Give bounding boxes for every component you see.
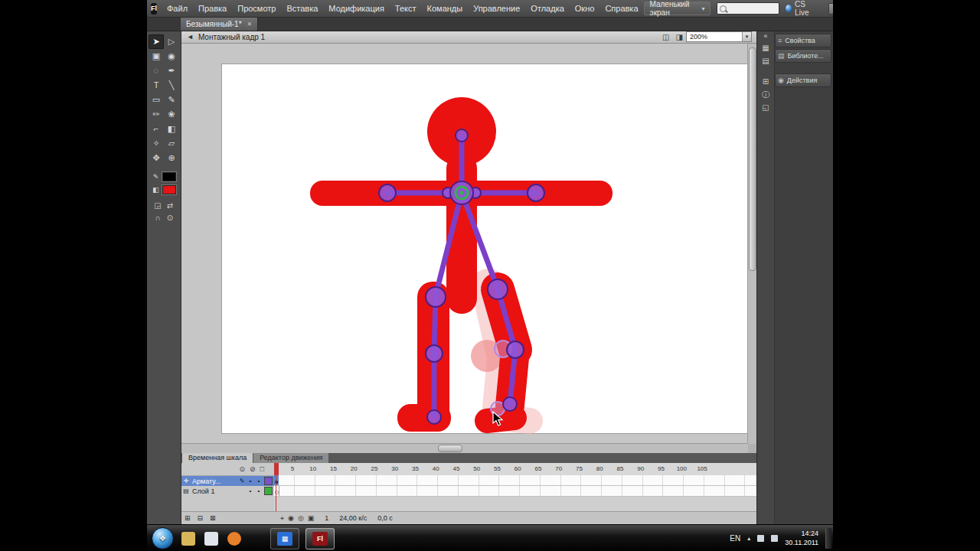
menu-item-9[interactable]: Окно [570,0,600,17]
minimize-button[interactable]: – [828,3,833,15]
layer-visibility-dot[interactable]: • [247,478,253,484]
panel-button-library[interactable]: ▤Библиоте... [775,49,831,63]
tool-eyedropper-icon[interactable]: ✧ [149,136,164,151]
fill-color-swatch[interactable] [162,185,176,194]
tool-pencil-icon[interactable]: ✎ [164,93,179,107]
zoom-caret-icon[interactable]: ▼ [742,32,751,41]
menu-item-8[interactable]: Отладка [525,0,569,17]
workspace-switcher[interactable]: Маленький экран ▾ [644,2,711,15]
edit-multiple-frames-icon[interactable]: ▣ [308,514,315,523]
horizontal-scrollbar-thumb[interactable] [438,445,462,452]
cs-live-button[interactable]: CS Live [786,0,815,17]
collapse-dock-icon[interactable]: « [757,31,774,41]
panel-button-properties[interactable]: ≡Свойства [775,34,831,47]
layer-outline-color[interactable] [264,487,273,495]
edit-scene-icon[interactable]: ◫ [662,33,669,41]
tab-close-icon[interactable]: ✕ [247,21,253,28]
zoom-select[interactable]: 200% ▼ [686,31,752,42]
start-button[interactable]: ❖ [152,527,174,549]
menu-item-10[interactable]: Справка [599,0,643,17]
swap-colors-icon[interactable]: ⇄ [164,200,176,212]
tool-rectangle-icon[interactable]: ▭ [149,93,164,107]
tool-bone-icon[interactable]: ⌐ [149,122,164,136]
tool-deco-icon[interactable]: ❀ [164,107,179,122]
layer-lock-dot[interactable]: • [256,478,262,484]
new-folder-icon[interactable]: ⊟ [198,514,204,522]
info-panel-icon[interactable]: ⓘ [757,88,774,101]
stroke-color-swatch[interactable] [162,172,176,181]
horizontal-scrollbar[interactable] [181,443,748,453]
frame-row-armature[interactable] [274,475,756,486]
back-arrow-icon[interactable]: ◄ [187,33,194,41]
clock[interactable]: 14:24 30.11.2011 [785,530,818,547]
onion-skin-outlines-icon[interactable]: ◎ [298,514,304,523]
tool-selection-icon[interactable]: ➤ [149,34,164,49]
search-input[interactable] [717,2,779,15]
tool-rotation-3d-icon[interactable]: ◉ [164,49,179,64]
snap-to-objects-icon[interactable]: ∩ [152,212,164,224]
document-tab[interactable]: Безымянный-1* ✕ [181,17,258,31]
layer-outline-color[interactable] [264,477,273,485]
vertical-scrollbar[interactable] [747,43,756,444]
edit-symbols-icon[interactable]: ◨ [676,33,683,41]
tool-lasso-icon[interactable]: ◌ [149,64,164,78]
tool-subselection-icon[interactable]: ▷ [164,34,179,49]
media-player-icon[interactable] [227,532,241,546]
object-drawing-icon[interactable]: ⊙ [164,212,176,224]
outline-all-icon[interactable]: □ [260,465,264,473]
frame-area[interactable]: 5101520253035404550556065707580859095100… [274,463,756,512]
frame-row-layer1[interactable] [274,486,756,497]
show-desktop-button[interactable] [825,528,831,549]
menu-item-7[interactable]: Управление [468,0,525,17]
armature-figure[interactable] [181,43,748,444]
menu-item-1[interactable]: Правка [193,0,232,17]
layer-visibility-dot[interactable]: • [247,487,253,494]
menu-item-2[interactable]: Просмотр [232,0,281,17]
onion-skin-icon[interactable]: ◉ [288,514,294,523]
app-logo-icon[interactable]: Fl [151,3,157,15]
taskbar-app-flash[interactable]: Fl [305,528,335,549]
keyframe-pose[interactable] [274,475,279,485]
layer-lock-dot[interactable]: • [256,487,262,494]
center-frame-icon[interactable]: ⌖ [280,514,284,523]
language-indicator[interactable]: EN [730,534,740,543]
color-panel-icon[interactable]: ▦ [757,41,774,54]
timeline-tab-1[interactable]: Редактор движения [253,453,328,463]
frame-rate-value[interactable]: 24,00 к/с [339,514,367,522]
menu-item-4[interactable]: Модификация [323,0,390,17]
tool-line-icon[interactable]: ╲ [164,78,179,93]
explorer-icon[interactable] [181,532,195,546]
frame-ruler[interactable]: 5101520253035404550556065707580859095100… [274,463,756,476]
tool-hand-icon[interactable]: ✥ [149,151,164,165]
tool-free-transform-icon[interactable]: ▣ [149,49,164,64]
new-layer-icon[interactable]: ⊞ [185,514,191,522]
panel-button-actions[interactable]: ◉Действия [775,73,831,87]
swatches-panel-icon[interactable]: ▤ [757,54,774,67]
menu-item-6[interactable]: Команды [422,0,469,17]
layer-row-1[interactable]: ▤Слой 1•• [181,486,274,496]
clipboard-icon[interactable] [204,532,218,546]
menu-item-0[interactable]: Файл [162,0,193,17]
tool-brush-icon[interactable]: ✏ [149,107,164,122]
black-white-icon[interactable]: ◲ [152,200,164,212]
delete-layer-icon[interactable]: ⊠ [210,514,216,522]
timeline-tab-0[interactable]: Временная шкала [182,453,253,463]
layer-row-0[interactable]: ✛Армату...✎•• [181,476,274,486]
vertical-scrollbar-thumb[interactable] [749,47,756,271]
menu-item-3[interactable]: Вставка [281,0,323,17]
transform-panel-icon[interactable]: ◱ [757,101,774,114]
hidden-icons-button[interactable]: ▴ [747,535,750,542]
lock-all-icon[interactable]: ⊘ [250,465,256,473]
tool-eraser-icon[interactable]: ▱ [164,136,179,151]
tool-paint-bucket-icon[interactable]: ◧ [164,122,179,136]
tool-zoom-icon[interactable]: ⊕ [164,151,179,165]
tool-pen-icon[interactable]: ✒ [164,64,179,78]
taskbar-app-capture-app[interactable]: ▦ [270,528,299,549]
tool-text-icon[interactable]: T [149,78,164,93]
menu-item-5[interactable]: Текст [390,0,422,17]
align-panel-icon[interactable]: ⊞ [757,75,774,88]
network-icon[interactable] [757,535,764,542]
playhead[interactable] [274,463,279,475]
show-hide-all-icon[interactable]: ⊙ [239,465,245,473]
volume-icon[interactable] [771,535,778,542]
